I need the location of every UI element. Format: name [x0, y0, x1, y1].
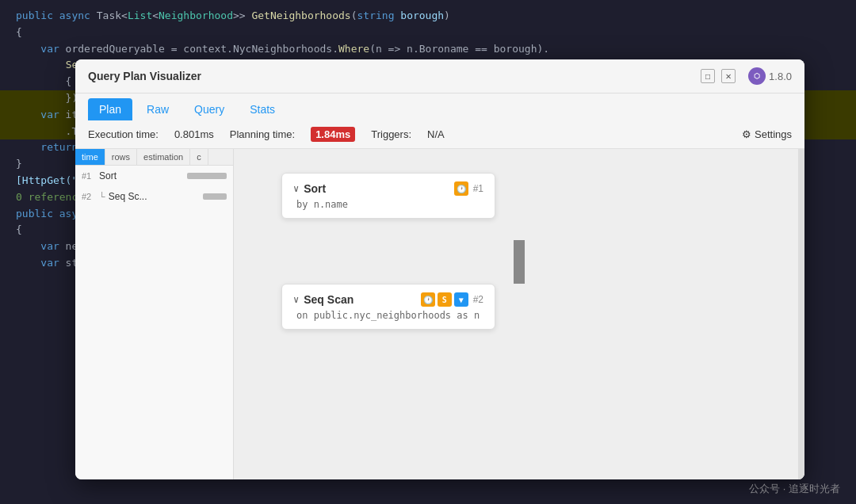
seqscan-node[interactable]: ∨ Seq Scan 🕐 S ▼ #2 on public.nyc_neighb… [281, 284, 495, 330]
col-c[interactable]: c [190, 149, 208, 165]
plan-rows-list: #1 Sort #2 └ Seq Sc... [75, 166, 233, 479]
tabs-bar: Plan Raw Query Stats [75, 94, 804, 120]
seqscan-detail-text: public.nyc_neighborhoods as n [314, 310, 480, 321]
info-bar: Execution time: 0.801ms Planning time: 1… [75, 120, 804, 149]
gear-icon: ⚙ [742, 128, 751, 140]
triggers-value: N/A [427, 128, 445, 140]
modal-controls: ☐ ✕ [701, 69, 736, 83]
watermark: 公众号 · 追逐时光者 [749, 482, 840, 496]
row-bar-sort [187, 173, 227, 179]
planning-time-badge: 1.84ms [311, 127, 355, 142]
plan-columns: time rows estimation c [75, 149, 233, 166]
plan-row-sort[interactable]: #1 Sort [75, 166, 233, 186]
version-icon: ⬡ [748, 67, 766, 85]
row-bar-seqscan [203, 193, 227, 200]
sort-node-icons: 🕐 [454, 181, 468, 196]
tab-plan[interactable]: Plan [88, 98, 132, 120]
execution-time-value: 0.801ms [174, 128, 214, 140]
col-estimation[interactable]: estimation [137, 149, 190, 165]
version-text: 1.8.0 [769, 71, 792, 82]
s-icon: S [438, 292, 452, 307]
seqscan-node-icons: 🕐 S ▼ [421, 292, 468, 307]
right-panel: ∨ Sort 🕐 #1 by n.name ∨ Seq Scan [234, 149, 804, 479]
chevron-down-icon: ∨ [293, 183, 299, 194]
sort-node-title: Sort [304, 182, 449, 195]
sort-node[interactable]: ∨ Sort 🕐 #1 by n.name [281, 173, 495, 219]
filter-icon: ▼ [454, 292, 468, 307]
close-button[interactable]: ✕ [721, 69, 736, 83]
tab-stats[interactable]: Stats [239, 98, 286, 120]
connector-line [514, 240, 525, 284]
chevron-down-icon-2: ∨ [293, 294, 299, 305]
tab-raw[interactable]: Raw [136, 98, 180, 120]
version-badge: ⬡ 1.8.0 [748, 67, 792, 85]
modal-title: Query Plan Visualizer [88, 70, 688, 82]
clock-icon: 🕐 [454, 181, 468, 196]
seqscan-detail-prefix: on [296, 310, 314, 321]
col-rows[interactable]: rows [105, 149, 137, 165]
scroll-track[interactable] [798, 149, 804, 479]
seqscan-node-title: Seq Scan [304, 293, 415, 306]
row-name-seqscan: Seq Sc... [109, 191, 200, 202]
left-panel: time rows estimation c #1 Sort #2 └ Seq … [75, 149, 234, 479]
planning-time-label: Planning time: [230, 128, 295, 140]
query-plan-visualizer-modal: Query Plan Visualizer ☐ ✕ ⬡ 1.8.0 Plan R… [75, 59, 804, 479]
sort-node-header: ∨ Sort 🕐 #1 [293, 181, 483, 196]
modal-body: time rows estimation c #1 Sort #2 └ Seq … [75, 149, 804, 479]
clock-icon-2: 🕐 [421, 292, 435, 307]
execution-time-label: Execution time: [88, 128, 159, 140]
sort-node-num: #1 [473, 183, 483, 194]
tab-query[interactable]: Query [183, 98, 235, 120]
row-num-1: #1 [82, 171, 96, 181]
seqscan-node-detail: on public.nyc_neighborhoods as n [293, 310, 483, 321]
row-num-2: #2 [82, 192, 96, 201]
sort-node-detail: by n.name [293, 199, 483, 210]
sort-detail-text: by n.name [296, 199, 348, 210]
modal-header: Query Plan Visualizer ☐ ✕ ⬡ 1.8.0 [75, 59, 804, 94]
maximize-button[interactable]: ☐ [701, 69, 715, 83]
plan-row-seqscan[interactable]: #2 └ Seq Sc... [75, 186, 233, 207]
settings-button[interactable]: ⚙ Settings [742, 128, 792, 140]
seqscan-node-num: #2 [473, 294, 483, 305]
row-indent-2: └ [99, 192, 105, 201]
seqscan-node-header: ∨ Seq Scan 🕐 S ▼ #2 [293, 292, 483, 307]
settings-label: Settings [755, 128, 792, 140]
triggers-label: Triggers: [371, 128, 411, 140]
col-time[interactable]: time [75, 149, 105, 165]
row-name-sort: Sort [99, 170, 184, 181]
